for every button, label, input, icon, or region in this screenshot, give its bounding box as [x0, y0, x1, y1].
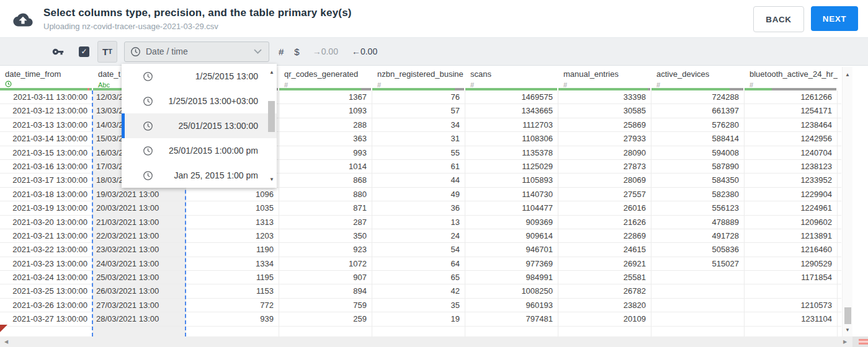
table-cell	[0, 327, 93, 336]
table-cell: 36	[372, 201, 465, 214]
date-format-option[interactable]: 25/01/2015 13:00:00	[122, 113, 277, 138]
column-name: date_time_from	[5, 69, 93, 79]
table-row: 2021-03-23 13:00:0024/03/2021 13:0013341…	[0, 257, 841, 271]
table-cell: 1238123	[745, 160, 838, 173]
table-cell: 1313	[186, 216, 279, 229]
column-header[interactable]: manual_entries#	[558, 66, 651, 90]
table-cell: 491728	[651, 229, 745, 242]
clock-icon	[143, 96, 153, 107]
table-cell: 2021-03-22 13:00:00	[0, 243, 93, 256]
table-cell: 288	[279, 118, 372, 131]
date-format-option[interactable]: Jan 25, 2015 1:00 pm	[122, 163, 277, 188]
date-format-label: 1/25/2015 13:00	[153, 71, 258, 81]
vertical-scrollbar-thumb[interactable]	[844, 307, 851, 324]
table-cell: 1125029	[465, 160, 558, 173]
table-cell: 1343665	[465, 104, 558, 117]
table-cell: 588414	[651, 132, 745, 145]
table-cell: 2021-03-27 13:00:00	[0, 312, 93, 325]
table-cell: 868	[279, 174, 372, 187]
back-button[interactable]: BACK	[753, 6, 804, 32]
date-format-list: 1/25/2015 13:001/25/2015 13:00+03:0025/0…	[122, 64, 277, 188]
currency-type-button[interactable]: $	[294, 46, 299, 57]
table-cell: 55	[372, 146, 465, 159]
empty-row	[0, 327, 841, 336]
table-cell: 556123	[651, 201, 745, 214]
table-cell: 797481	[465, 312, 558, 325]
column-name: nzbn_registered_busine	[377, 69, 465, 79]
decimal-shift-right-button[interactable]: →0.00	[313, 46, 338, 56]
table-cell: 27557	[558, 188, 651, 201]
table-cell: 1290529	[745, 257, 838, 270]
decimal-shift-left-button[interactable]: ←0.00	[352, 46, 377, 56]
table-cell: 1105893	[465, 174, 558, 187]
text-type-button[interactable]: TT	[97, 41, 117, 63]
page-header: Select columns type, precision, and the …	[0, 0, 868, 38]
table-cell: 960193	[465, 299, 558, 312]
dropdown-scrollbar[interactable]: ▲ ▼	[267, 65, 276, 187]
column-type-select[interactable]: Date / time	[124, 42, 269, 62]
scroll-up-icon[interactable]: ▲	[269, 69, 274, 75]
scroll-down-icon[interactable]: ▼	[269, 177, 274, 182]
scroll-down-icon[interactable]: ▼	[845, 327, 850, 333]
column-header[interactable]: bluetooth_active_24_hr_#	[745, 66, 838, 90]
next-button[interactable]: NEXT	[811, 6, 858, 31]
table-cell: 1229904	[745, 188, 838, 201]
table-cell: 2021-03-17 13:00:00	[0, 174, 93, 187]
column-header[interactable]: date_time_from	[0, 66, 93, 90]
table-cell	[558, 327, 651, 336]
table-cell: 2021-03-12 13:00:00	[0, 104, 93, 117]
table-cell: 1233952	[745, 174, 838, 187]
column-header[interactable]: qr_codes_generated#	[279, 66, 372, 90]
table-cell: 27873	[558, 160, 651, 173]
table-cell: 1231104	[745, 312, 838, 325]
table-cell: 1242956	[745, 132, 838, 145]
table-cell: 2021-03-16 13:00:00	[0, 160, 93, 173]
table-cell: 1240704	[745, 146, 838, 159]
table-cell	[372, 327, 465, 336]
scroll-left-icon[interactable]: ◀	[4, 339, 8, 345]
table-cell: 977369	[465, 257, 558, 270]
vertical-scrollbar[interactable]: ▲ ▼	[842, 67, 852, 336]
column-header[interactable]: active_devices#	[651, 66, 745, 90]
column-header[interactable]: scans#	[465, 66, 558, 90]
clock-icon	[130, 46, 141, 57]
number-type-button[interactable]: #	[279, 46, 284, 57]
date-format-option[interactable]: 25/01/2015 1:00:00 pm	[122, 138, 277, 163]
table-cell: 909369	[465, 216, 558, 229]
column-name: scans	[470, 69, 558, 79]
date-format-option[interactable]: 1/25/2015 13:00	[122, 64, 277, 89]
table-cell: 2021-03-13 13:00:00	[0, 118, 93, 131]
column-header[interactable]: nzbn_registered_busine#	[372, 66, 465, 90]
horizontal-scrollbar[interactable]: ◀ ▶	[0, 336, 868, 347]
date-format-option[interactable]: 1/25/2015 13:00+03:00	[122, 89, 277, 113]
table-cell: 76	[372, 90, 465, 103]
column-type-glyph: #	[749, 80, 838, 89]
primary-key-icon[interactable]	[52, 46, 64, 58]
table-cell: 1216460	[745, 243, 838, 256]
table-cell: 946701	[465, 243, 558, 256]
table-cell	[651, 271, 745, 284]
upload-cloud-icon	[12, 12, 34, 28]
check-icon: ✓	[81, 48, 87, 55]
table-cell: 26782	[558, 284, 651, 297]
date-format-label: 25/01/2015 1:00:00 pm	[153, 146, 258, 156]
include-column-checkbox[interactable]: ✓	[79, 46, 89, 57]
scroll-up-icon[interactable]: ▲	[845, 72, 850, 77]
table-cell: 64	[372, 257, 465, 270]
table-cell: 287	[279, 216, 372, 229]
column-type-glyph: #	[284, 80, 372, 89]
table-cell: 661397	[651, 104, 745, 117]
table-cell: 1254171	[745, 104, 838, 117]
table-cell: 2021-03-15 13:00:00	[0, 146, 93, 159]
clock-icon	[143, 170, 153, 181]
horizontal-scrollbar-thumb[interactable]	[859, 339, 868, 345]
table-cell: 28069	[558, 174, 651, 187]
table-cell: 26/03/2021 13:00	[93, 284, 186, 297]
column-name: bluetooth_active_24_hr_	[749, 69, 838, 79]
dropdown-scrollbar-thumb[interactable]	[268, 101, 275, 132]
table-row: 2021-03-18 13:00:0019/03/2021 13:0010968…	[0, 188, 841, 201]
table-cell: 26921	[558, 257, 651, 270]
scroll-right-icon[interactable]: ▶	[843, 339, 847, 345]
table-cell: 1108306	[465, 132, 558, 145]
table-cell: 23/03/2021 13:00	[93, 243, 186, 256]
